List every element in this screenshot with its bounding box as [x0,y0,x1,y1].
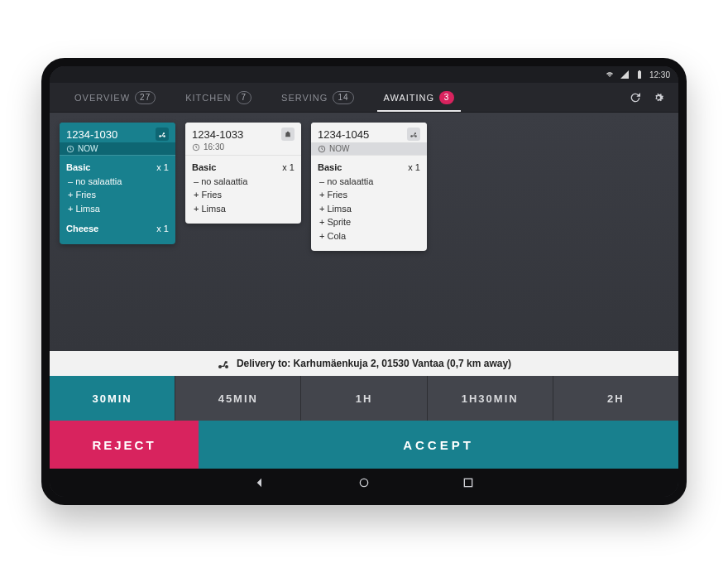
time-options-row: 30MIN 45MIN 1H 1H30MIN 2H [50,376,678,421]
tab-label: OVERVIEW [74,93,130,103]
order-card[interactable]: 1234-1030 NOW Basicx 1 – no salaattia + … [60,123,175,244]
tabs-row: OVERVIEW 27 KITCHEN 7 SERVING 14 AWAITIN… [50,83,678,113]
wifi-icon [605,70,615,79]
android-status-bar: 12:30 [50,66,678,83]
scooter-icon [217,357,230,370]
time-option-2h[interactable]: 2H [553,376,678,421]
tab-count: 27 [135,91,156,104]
scooter-icon [156,128,169,141]
tab-label: KITCHEN [185,93,231,103]
accept-button[interactable]: ACCEPT [199,421,678,469]
svg-point-8 [225,365,228,368]
delivery-info-bar: Delivery to: Karhumäenkuja 2, 01530 Vant… [50,351,678,376]
svg-point-5 [414,135,417,137]
order-cards-area: 1234-1030 NOW Basicx 1 – no salaattia + … [50,113,678,351]
order-body: Basicx 1 – no salaattia + Fries + Limsa … [311,155,427,251]
gear-icon[interactable] [652,91,665,104]
tab-count: 14 [333,91,353,104]
order-id: 1234-1030 [66,128,117,141]
order-id: 1234-1033 [192,128,243,141]
home-icon[interactable] [357,476,371,489]
android-nav-bar [50,469,678,497]
order-time: 16:30 [185,142,301,155]
time-option-30min[interactable]: 30MIN [50,376,175,421]
delivery-text: Delivery to: Karhumäenkuja 2, 01530 Vant… [237,358,511,369]
tab-count: 3 [439,91,454,104]
back-icon[interactable] [253,476,266,489]
order-id: 1234-1045 [318,128,369,141]
time-option-1h[interactable]: 1H [301,376,427,421]
action-row: REJECT ACCEPT [50,421,678,469]
time-option-1h30min[interactable]: 1H30MIN [428,376,553,421]
svg-point-1 [163,135,165,137]
tab-awaiting[interactable]: AWAITING 3 [369,83,470,112]
tab-label: AWAITING [384,93,435,103]
svg-point-9 [360,479,367,486]
refresh-icon[interactable] [629,91,642,104]
time-option-45min[interactable]: 45MIN [175,376,301,421]
svg-rect-10 [464,479,472,486]
reject-button[interactable]: REJECT [50,421,199,469]
order-time: NOW [311,142,427,155]
recents-icon[interactable] [462,476,475,489]
status-time: 12:30 [649,70,670,79]
order-time: NOW [60,142,175,155]
order-card[interactable]: 1234-1033 16:30 Basicx 1 – no salaattia … [185,123,301,224]
battery-icon [635,70,644,79]
signal-icon [620,70,630,79]
tab-label: SERVING [281,93,328,103]
order-body: Basicx 1 – no salaattia + Fries + Limsa [185,155,301,224]
order-card[interactable]: 1234-1045 NOW Basicx 1 – no salaattia + … [311,123,427,251]
bag-icon [281,128,295,141]
tablet-frame: 12:30 OVERVIEW 27 KITCHEN 7 SERVING 14 A… [41,58,687,505]
tab-kitchen[interactable]: KITCHEN 7 [170,83,266,112]
scooter-icon [407,128,420,141]
tab-overview[interactable]: OVERVIEW 27 [60,83,170,112]
order-body: Basicx 1 – no salaattia + Fries + Limsa … [60,155,175,244]
tab-count: 7 [237,91,252,104]
tab-serving[interactable]: SERVING 14 [266,83,368,112]
